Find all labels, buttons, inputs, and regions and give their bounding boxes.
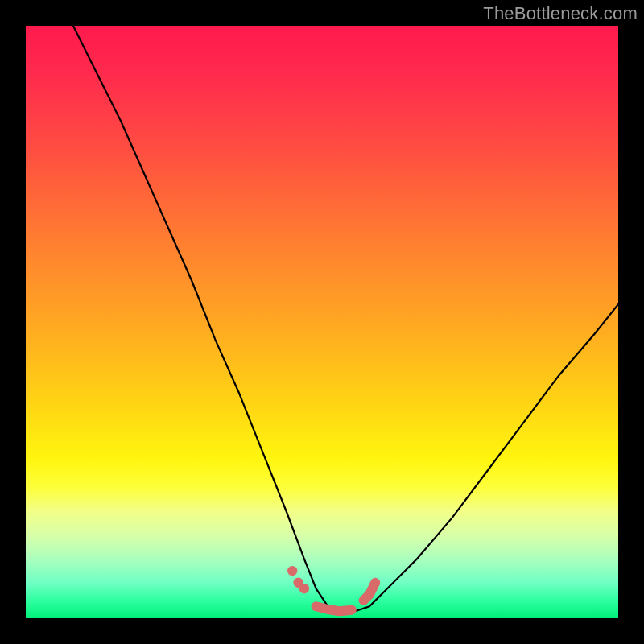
watermark-text: TheBottleneck.com [483, 3, 638, 24]
marker-flat-segment [316, 606, 352, 611]
optimal-region-marker [287, 566, 375, 611]
curve-layer [26, 26, 618, 618]
bottleneck-curve [73, 26, 618, 613]
marker-rise-segment [364, 583, 376, 601]
marker-dot [287, 566, 297, 576]
chart-frame: TheBottleneck.com [0, 0, 644, 644]
marker-dot [299, 584, 309, 593]
plot-area [26, 26, 618, 618]
